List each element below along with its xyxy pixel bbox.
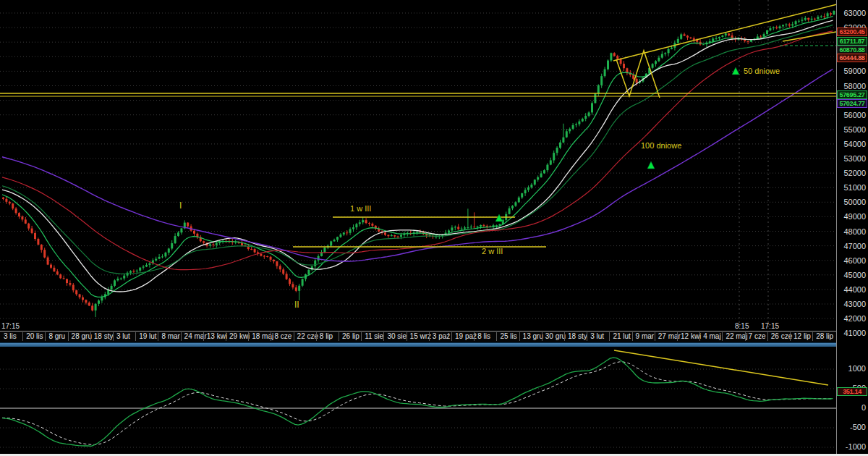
candle <box>766 30 768 34</box>
annotation-label[interactable]: 1 w III <box>350 204 371 213</box>
annotation-label[interactable]: 50 dniowe <box>744 67 780 75</box>
price-label: 63200.45 <box>837 28 867 36</box>
candle <box>123 276 125 279</box>
tick-separator <box>542 332 542 341</box>
candle <box>355 224 357 227</box>
candle <box>273 260 275 261</box>
candle <box>307 270 310 274</box>
candle <box>365 220 367 223</box>
candle <box>168 248 170 253</box>
trend-line[interactable] <box>614 350 828 385</box>
candle <box>702 44 705 45</box>
tick-separator <box>113 332 114 341</box>
price-chart-canvas[interactable]: III1 w III2 w III50 dniowe100 dniowe17:1… <box>0 0 837 331</box>
candle <box>594 93 596 103</box>
up-arrow-icon[interactable] <box>647 161 655 169</box>
candle <box>543 170 545 173</box>
indicator-canvas[interactable] <box>0 346 837 454</box>
candle <box>298 286 300 291</box>
candle <box>129 271 132 272</box>
oscillator-line <box>2 358 833 446</box>
candle <box>158 257 161 259</box>
chart-window: III1 w III2 w III50 dniowe100 dniowe17:1… <box>0 0 868 456</box>
annotation-label[interactable]: 100 dniowe <box>641 141 681 150</box>
tick-separator <box>722 332 723 341</box>
date-tick-label: 3 lut <box>116 332 130 340</box>
tick-separator <box>609 332 610 341</box>
date-tick-label: 18 sty <box>94 332 114 340</box>
candle <box>584 116 587 119</box>
candle <box>524 190 527 193</box>
candle <box>693 38 695 40</box>
date-tick-label: 25 lis <box>500 332 516 340</box>
candle <box>591 103 593 112</box>
candle <box>566 131 568 137</box>
tick-separator <box>203 332 204 341</box>
candle <box>88 303 90 305</box>
candle <box>820 16 822 17</box>
candle <box>266 256 268 257</box>
candle <box>795 21 797 24</box>
candle <box>286 274 288 279</box>
candle <box>292 284 294 287</box>
date-tick-label: 9 mar <box>636 332 655 340</box>
candle <box>320 253 323 256</box>
candle <box>807 18 809 20</box>
candle <box>467 227 469 228</box>
candle <box>12 203 14 208</box>
date-tick-label: 28 lip <box>816 332 833 340</box>
candle <box>804 18 807 20</box>
candle <box>575 124 577 125</box>
ma-line-ema-mid-green <box>2 25 833 274</box>
candle <box>391 235 393 236</box>
candle <box>323 248 326 252</box>
candle <box>250 249 252 250</box>
candle <box>333 240 336 241</box>
tick-separator <box>361 332 362 341</box>
tick-separator <box>790 332 791 341</box>
tick-separator <box>248 332 249 341</box>
ma-line-sma-50-red <box>2 31 833 270</box>
date-tick-label: 26 lip <box>342 332 359 340</box>
annotation-label[interactable]: II <box>294 300 299 310</box>
tick-separator <box>294 332 294 341</box>
time-axis[interactable]: 3 lis20 lis8 gru28 gru18 sty3 lut19 lut8… <box>0 331 837 342</box>
candle <box>664 53 666 54</box>
candle <box>18 213 20 216</box>
price-axis[interactable]: 4100042000430004400045000460004700048000… <box>836 0 868 454</box>
candle <box>801 20 803 20</box>
tick-separator <box>632 332 633 341</box>
candle <box>616 56 618 59</box>
indicator-panel[interactable] <box>0 346 837 454</box>
candle <box>718 37 720 38</box>
tick-separator <box>22 332 23 341</box>
candle <box>187 223 189 227</box>
candle <box>530 185 532 187</box>
candle <box>91 305 93 311</box>
candle <box>346 232 348 233</box>
candle <box>72 285 75 291</box>
date-tick-label: 21 lut <box>613 332 630 340</box>
tick-separator <box>655 332 655 341</box>
annotation-label[interactable]: I <box>179 200 182 211</box>
price-tick-label: 43000 <box>843 300 866 308</box>
date-tick-label: 7 cze <box>749 332 766 340</box>
tick-separator <box>451 332 452 341</box>
price-tick-label: 59000 <box>843 67 866 75</box>
date-tick-label: 3 lis <box>4 332 17 340</box>
annotation-label[interactable]: 2 w III <box>482 247 503 256</box>
tick-separator <box>745 332 746 341</box>
up-arrow-icon[interactable] <box>495 214 503 221</box>
candle <box>811 19 813 20</box>
indicator-tick-label: 1000 <box>848 364 866 373</box>
candle <box>9 202 11 203</box>
candle <box>470 227 472 227</box>
candle <box>279 266 281 270</box>
candle <box>362 220 364 222</box>
candle <box>95 304 97 311</box>
candle <box>139 268 141 271</box>
candle <box>636 79 638 83</box>
price-panel[interactable]: III1 w III2 w III50 dniowe100 dniowe17:1… <box>0 0 837 331</box>
zigzag-line[interactable] <box>616 51 660 98</box>
candle <box>263 256 265 257</box>
